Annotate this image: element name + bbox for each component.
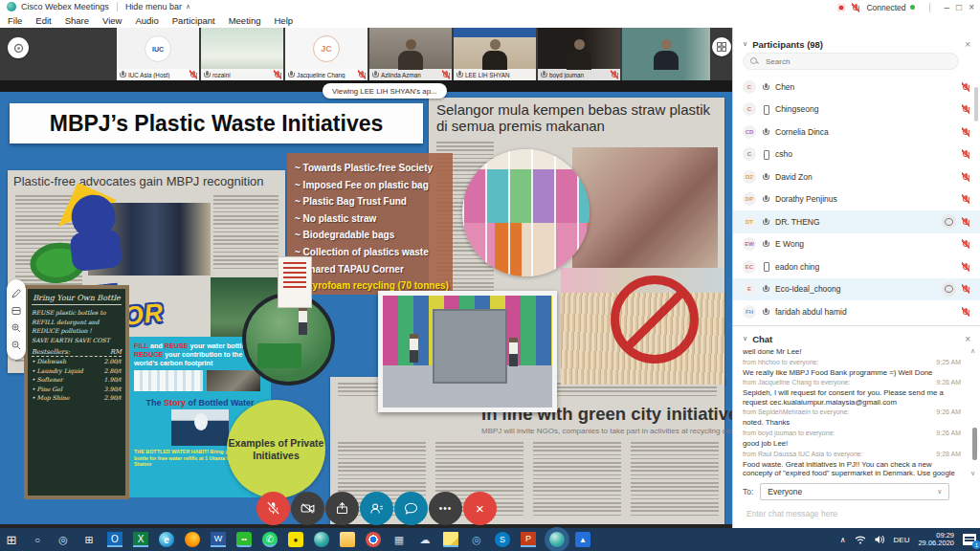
menu-help[interactable]: Help [274,15,293,26]
muted-mic-icon[interactable] [962,104,969,114]
participant-row[interactable]: EW E Wong [733,233,980,256]
cortana-icon[interactable]: ◎ [56,532,71,547]
participant-row[interactable]: C csho [733,143,980,166]
chat-button[interactable] [394,492,428,525]
zoom-in-icon[interactable] [11,323,21,333]
chrome-icon[interactable] [366,532,381,547]
tiffin-carriers-photo [462,149,590,276]
participants-button[interactable] [360,492,393,525]
minimize-button[interactable]: – [945,3,950,12]
participant-row[interactable]: DP Dorathy Penjinus [733,188,980,211]
chevron-down-icon[interactable]: ∨ [743,40,747,48]
chat-scroll-up-icon[interactable]: ∧ [970,347,975,355]
photos-app-icon[interactable]: ▦ [391,532,407,547]
firefox-icon[interactable] [185,532,200,547]
muted-mic-icon[interactable] [962,239,969,249]
menu-view[interactable]: View [102,15,122,26]
powerpoint-icon[interactable]: P [521,532,536,547]
search-input[interactable] [764,56,951,67]
more-options-button[interactable]: ••• [429,492,462,525]
participant-row[interactable]: DT DR. THENG [733,210,980,233]
menu-audio[interactable]: Audio [135,15,158,26]
muted-mic-icon[interactable] [962,149,969,159]
zoom-out-icon[interactable] [11,341,21,350]
edge-icon[interactable]: e [159,532,174,547]
muted-mic-icon[interactable] [962,262,969,272]
chat-indicator-icon[interactable] [942,282,956,297]
chat-message-input[interactable] [745,508,959,519]
maximize-button[interactable]: □ [956,3,962,12]
video-thumbnail-presenter[interactable]: LEE LIH SHYAN [454,28,536,80]
menu-file[interactable]: File [8,15,22,26]
close-participants-icon[interactable]: × [965,39,970,50]
chevron-down-icon[interactable]: ∨ [743,335,747,342]
muted-mic-icon[interactable] [962,194,969,204]
wifi-icon[interactable] [855,535,866,544]
menu-meeting[interactable]: Meeting [229,15,261,26]
word-icon[interactable]: W [211,532,226,547]
participant-row[interactable]: DZ David Zon [733,165,980,188]
excel-icon[interactable]: X [133,532,148,547]
speaker-icon[interactable] [875,535,885,544]
participant-row[interactable]: E Eco-Ideal_choong [733,278,980,301]
unmute-button[interactable] [256,492,290,525]
chat-to-select[interactable]: Everyone ∨ [760,483,949,500]
annotate-pen-icon[interactable] [11,289,21,298]
hide-menu-bar-button[interactable]: Hide menu bar [125,2,182,11]
photos-blue-icon[interactable]: ▲ [575,532,590,547]
close-button[interactable]: × [969,3,974,12]
close-chat-icon[interactable]: × [965,334,970,344]
muted-mic-icon[interactable] [962,217,969,227]
start-button[interactable]: ⊞ [4,532,19,547]
participant-row[interactable]: EC eadon ching [733,255,980,278]
ms-store-icon[interactable]: ⊞ [81,532,97,547]
kakaotalk-icon[interactable]: ● [288,532,303,547]
onedrive-icon[interactable]: ☁ [417,532,433,547]
video-thumbnail[interactable]: Azlinda Azman [369,28,452,80]
chevron-up-icon[interactable]: ∧ [186,3,190,11]
whatsapp-icon[interactable]: ✆ [262,532,278,547]
outlook-icon[interactable]: O [107,532,122,547]
tray-chevron-icon[interactable]: ∧ [840,536,846,544]
wechat-icon[interactable]: •• [236,532,252,547]
menu-participant[interactable]: Participant [172,15,215,26]
video-thumbnail[interactable]: IUC IUC Asia (Host) [117,28,199,80]
clock[interactable]: 09:29 29.06.2020 [918,532,954,548]
leave-meeting-button[interactable]: × [463,492,497,525]
participant-search[interactable] [743,53,959,70]
muted-mic-icon[interactable] [962,82,969,92]
action-center-icon[interactable]: 1 [963,534,976,545]
video-thumbnail[interactable]: JC Jacqueline Chang [285,28,368,80]
menu-share[interactable]: Share [65,15,89,26]
start-video-button[interactable] [291,492,324,525]
participant-row[interactable]: C Chen [733,76,980,99]
chat-scroll-down-icon[interactable]: ∨ [970,470,975,477]
menu-edit[interactable]: Edit [35,15,51,26]
chat-scrollbar[interactable] [972,428,977,460]
muted-mic-icon[interactable] [962,284,969,294]
file-explorer-icon[interactable] [340,532,355,547]
search-icon[interactable]: ○ [30,532,45,547]
menu-item: • Softener [32,375,63,385]
audio-options-button[interactable] [8,37,29,58]
muted-mic-icon[interactable] [962,172,969,182]
share-content-button[interactable] [325,492,359,525]
participant-row[interactable]: CD Cornelia Dinca [733,121,980,143]
participant-row[interactable]: FH faridah abdul hamid [733,300,980,323]
sticky-notes-icon[interactable] [443,532,458,547]
muted-mic-icon[interactable] [962,127,969,137]
eraser-icon[interactable] [11,306,21,316]
grid-view-button[interactable] [712,37,731,56]
participant-row[interactable]: C Chingseong [733,99,980,121]
muted-mic-icon[interactable] [962,307,969,317]
browser-globe-icon[interactable]: ◎ [469,532,484,547]
skype-business-icon[interactable]: S [495,532,510,547]
webex-meetings-active-icon[interactable] [549,532,565,547]
language-indicator[interactable]: DEU [894,536,910,544]
webex-app-icon[interactable] [314,532,329,547]
video-thumbnail[interactable] [622,28,710,80]
participants-scrollbar[interactable] [974,87,978,121]
video-thumbnail[interactable]: boyd jouman [538,28,620,80]
chat-indicator-icon[interactable] [942,214,956,229]
video-thumbnail[interactable]: rozaini [201,28,283,80]
